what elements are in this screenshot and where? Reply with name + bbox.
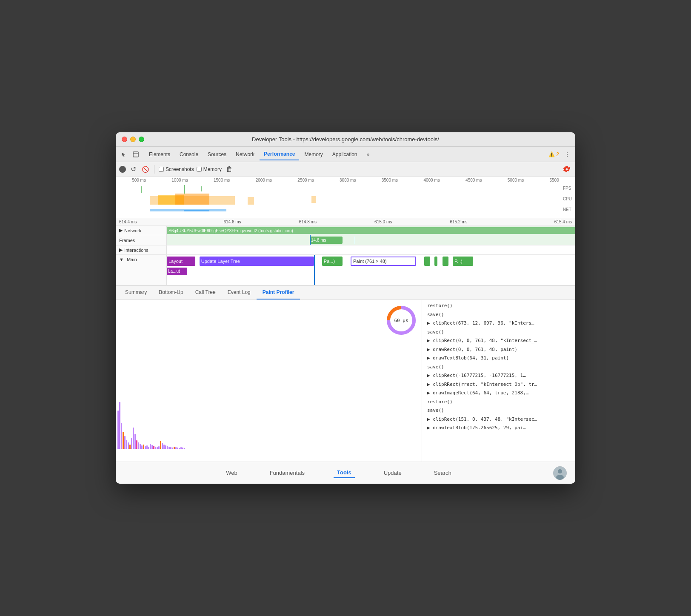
- command-line[interactable]: ▶ clipRRect(rrect, "kIntersect_Op", tr…: [422, 380, 575, 389]
- interactions-expand[interactable]: ▶: [119, 247, 123, 253]
- chart-bar[interactable]: [129, 445, 131, 449]
- user-avatar[interactable]: [553, 466, 567, 480]
- chart-bar[interactable]: [174, 447, 175, 449]
- chart-bar[interactable]: [136, 440, 137, 449]
- command-line[interactable]: ▶ drawTextBlob(64, 31, paint): [422, 354, 575, 363]
- main-expand[interactable]: ▼: [119, 257, 124, 262]
- chart-bar[interactable]: [146, 445, 148, 449]
- settings-button[interactable]: [562, 164, 572, 174]
- chart-bar[interactable]: [180, 447, 182, 449]
- tab-call-tree[interactable]: Call Tree: [189, 286, 222, 299]
- warning-badge[interactable]: ⚠️ 2: [548, 151, 559, 157]
- chart-bar[interactable]: [177, 448, 178, 449]
- command-line[interactable]: ▶ clipRect(-16777215, -16777215, 1…: [422, 371, 575, 380]
- command-line[interactable]: restore(): [422, 398, 575, 407]
- chart-bar[interactable]: [157, 447, 158, 449]
- chart-bar[interactable]: [138, 442, 139, 449]
- tab-memory[interactable]: Memory: [300, 149, 327, 160]
- browser-nav-search[interactable]: Search: [431, 468, 455, 478]
- dock-icon[interactable]: [131, 150, 140, 159]
- chart-bar[interactable]: [128, 442, 129, 449]
- chart-bar[interactable]: [121, 423, 122, 449]
- tab-application[interactable]: Application: [328, 149, 362, 160]
- tab-more[interactable]: »: [363, 149, 374, 160]
- chart-bar[interactable]: [124, 436, 126, 449]
- clear-button[interactable]: 🚫: [140, 165, 150, 174]
- command-line[interactable]: ▶ clipRect(0, 0, 761, 48, "kIntersect_…: [422, 337, 575, 345]
- network-expand[interactable]: ▶: [119, 228, 123, 233]
- chart-bar[interactable]: [158, 446, 160, 449]
- command-line[interactable]: ▶ drawImageRect(64, 64, true, 2188,…: [422, 389, 575, 398]
- tab-network[interactable]: Network: [231, 149, 259, 160]
- command-line[interactable]: save(): [422, 363, 575, 372]
- screenshots-checkbox-label[interactable]: Screenshots: [159, 166, 194, 172]
- maximize-button[interactable]: [139, 137, 144, 142]
- command-list[interactable]: restore()save()▶ clipRect(673, 12, 697, …: [422, 300, 575, 462]
- command-line[interactable]: ▶ drawRect(0, 0, 761, 48, paint): [422, 345, 575, 354]
- task-update-layer-tree[interactable]: Update Layer Tree: [200, 257, 314, 266]
- tab-sources[interactable]: Sources: [203, 149, 231, 160]
- tab-elements[interactable]: Elements: [145, 149, 174, 160]
- record-button[interactable]: [119, 166, 126, 173]
- chart-bar[interactable]: [140, 444, 141, 449]
- chart-bar[interactable]: [123, 432, 124, 449]
- tab-paint-profiler[interactable]: Paint Profiler: [257, 286, 300, 299]
- command-line[interactable]: restore(): [422, 302, 575, 311]
- chart-bar[interactable]: [179, 448, 180, 449]
- tab-summary[interactable]: Summary: [119, 286, 153, 299]
- chart-bar[interactable]: [143, 445, 144, 449]
- chart-bar[interactable]: [172, 448, 173, 449]
- chart-bar[interactable]: [151, 445, 153, 449]
- perf-overview[interactable]: FPS CPU NET: [116, 184, 575, 218]
- tab-bottom-up[interactable]: Bottom-Up: [153, 286, 189, 299]
- task-p-dots[interactable]: P...): [453, 257, 473, 266]
- tab-performance[interactable]: Performance: [260, 148, 299, 160]
- chart-bar[interactable]: [141, 445, 143, 449]
- chart-bar[interactable]: [126, 440, 127, 449]
- chart-bar[interactable]: [165, 445, 166, 449]
- chart-bar[interactable]: [134, 434, 136, 449]
- command-line[interactable]: ▶ clipRect(151, 0, 437, 48, "kIntersec…: [422, 415, 575, 424]
- browser-nav-fundamentals[interactable]: Fundamentals: [266, 468, 308, 478]
- chart-bar[interactable]: [167, 446, 168, 449]
- chart-bar[interactable]: [163, 445, 165, 449]
- chart-bar[interactable]: [155, 447, 156, 449]
- chart-bar[interactable]: [160, 441, 161, 449]
- chart-bar[interactable]: [131, 438, 132, 449]
- task-paint-box[interactable]: Paint (761 × 48): [351, 257, 416, 266]
- chart-bar[interactable]: [133, 428, 134, 449]
- command-line[interactable]: save(): [422, 328, 575, 337]
- chart-bar[interactable]: [119, 402, 120, 449]
- browser-nav-tools[interactable]: Tools: [334, 468, 355, 478]
- minimize-button[interactable]: [130, 137, 136, 142]
- browser-nav-web[interactable]: Web: [223, 468, 241, 478]
- close-button[interactable]: [122, 137, 127, 142]
- command-line[interactable]: save(): [422, 311, 575, 319]
- chart-bar[interactable]: [182, 448, 183, 449]
- task-pa[interactable]: Pa...): [322, 257, 343, 266]
- chart-bar[interactable]: [153, 446, 154, 449]
- chart-bar[interactable]: [175, 447, 177, 449]
- tab-event-log[interactable]: Event Log: [222, 286, 257, 299]
- reload-button[interactable]: ↺: [128, 165, 138, 174]
- chart-bar[interactable]: [145, 446, 146, 449]
- chart-bar[interactable]: [148, 447, 149, 449]
- chart-bar[interactable]: [117, 411, 119, 449]
- chart-bar[interactable]: [168, 447, 170, 449]
- tab-console[interactable]: Console: [175, 149, 203, 160]
- browser-nav-update[interactable]: Update: [380, 468, 405, 478]
- chart-bar[interactable]: [184, 448, 185, 449]
- chart-bar[interactable]: [150, 444, 151, 449]
- trash-button[interactable]: 🗑: [226, 165, 233, 173]
- chart-area[interactable]: 60 μs: [116, 300, 422, 462]
- command-line[interactable]: ▶ drawTextBlob(175.265625, 29, pai…: [422, 424, 575, 433]
- command-line[interactable]: save(): [422, 406, 575, 415]
- chart-bar[interactable]: [170, 447, 171, 449]
- screenshots-checkbox[interactable]: [159, 167, 164, 172]
- task-layout[interactable]: Layout: [167, 257, 195, 266]
- task-laut[interactable]: La...ut: [167, 268, 187, 275]
- command-line[interactable]: ▶ clipRect(673, 12, 697, 36, "kInters…: [422, 319, 575, 328]
- chart-bar[interactable]: [162, 443, 163, 449]
- memory-checkbox-label[interactable]: Memory: [197, 166, 222, 172]
- memory-checkbox[interactable]: [197, 167, 202, 172]
